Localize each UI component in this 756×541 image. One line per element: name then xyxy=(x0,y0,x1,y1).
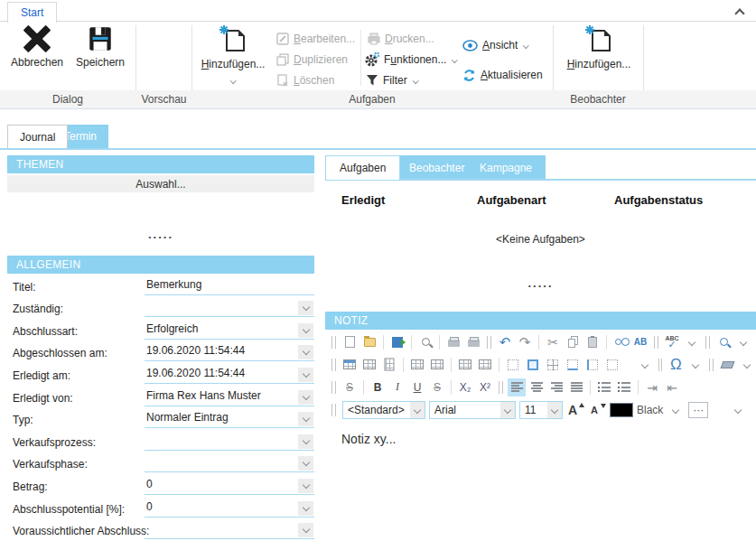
dropdown-button[interactable] xyxy=(298,301,313,315)
copy-icon[interactable] xyxy=(564,333,582,351)
abbrechen-button[interactable]: Abbrechen xyxy=(9,24,65,89)
save-note-icon[interactable] xyxy=(388,333,406,351)
grow-font-icon[interactable]: A xyxy=(566,401,584,419)
verkaufsphase-input[interactable] xyxy=(145,455,314,472)
align-center-icon[interactable] xyxy=(527,378,546,396)
underline-icon[interactable]: U xyxy=(408,378,426,396)
bearbeiten-button[interactable]: Bearbeiten... xyxy=(276,30,355,48)
align-left-icon[interactable] xyxy=(508,378,526,396)
collapse-ribbon-button[interactable] xyxy=(736,7,743,20)
speichern-button[interactable]: Speichern xyxy=(70,24,130,89)
toolbar-grip[interactable] xyxy=(331,359,336,371)
abschlussart-input[interactable]: Erfolgreich xyxy=(145,322,314,340)
dropdown-button[interactable] xyxy=(298,368,313,382)
border-outer-icon[interactable] xyxy=(524,356,542,374)
aufgabe-hinzufuegen-button[interactable]: Hinzufügen... xyxy=(197,24,269,89)
insert-cell-below-icon[interactable] xyxy=(428,356,446,374)
titel-input[interactable]: Bemerkung xyxy=(145,278,314,295)
duplizieren-button[interactable]: Duplizieren xyxy=(276,51,348,69)
verkaufsprozess-input[interactable] xyxy=(145,434,314,451)
undo-icon[interactable]: ↶ xyxy=(496,333,514,351)
dropdown-button[interactable] xyxy=(298,345,313,359)
bold-icon[interactable]: B xyxy=(369,378,387,396)
drucken-button[interactable]: Drucken... xyxy=(368,30,434,48)
notiz-text-area[interactable]: Notiz xy... xyxy=(341,432,396,446)
border-inner-icon[interactable] xyxy=(544,356,562,374)
tab-journal[interactable]: Journal xyxy=(7,125,68,148)
numbered-list-icon[interactable] xyxy=(615,378,633,396)
erledigt-von-input[interactable]: Firma Rex Hans Muster xyxy=(145,389,314,406)
font-color-dropdown[interactable] xyxy=(667,401,685,419)
border-bottom-icon[interactable] xyxy=(564,356,582,374)
filter-button[interactable]: Filter xyxy=(366,71,417,89)
toolbar-grip[interactable] xyxy=(487,336,491,349)
border-none-icon[interactable] xyxy=(504,356,522,374)
new-document-icon[interactable] xyxy=(341,333,359,351)
insert-table-icon[interactable] xyxy=(341,356,359,374)
strikethrough-icon[interactable]: S xyxy=(428,378,446,396)
merge-cells-icon[interactable] xyxy=(456,356,474,374)
dropdown-button[interactable] xyxy=(298,434,313,449)
beobachter-hinzufuegen-button[interactable]: Hinzufügen... xyxy=(560,24,638,89)
font-size-select[interactable]: 11 xyxy=(519,401,563,419)
zustaendig-input[interactable] xyxy=(145,300,314,317)
border-right-icon[interactable] xyxy=(603,356,621,374)
loeschen-button[interactable]: Löschen xyxy=(276,71,334,89)
column-header-erledigt[interactable]: Erledigt xyxy=(341,193,385,207)
auswahl-button[interactable]: Auswahl... xyxy=(7,175,314,192)
funktionen-button[interactable]: Funktionen... xyxy=(365,51,457,69)
special-character-icon[interactable]: Ω xyxy=(667,356,685,374)
column-header-aufgabenart[interactable]: Aufgabenart xyxy=(477,193,546,207)
shrink-font-icon[interactable]: A xyxy=(588,401,606,419)
dropdown-button[interactable] xyxy=(298,523,313,537)
toolbar-overflow-dropdown[interactable] xyxy=(729,401,747,419)
toolbar-grip[interactable] xyxy=(331,336,336,349)
toolbar-grip[interactable] xyxy=(658,359,663,371)
tab-aufgaben[interactable]: Aufgaben xyxy=(325,155,400,180)
replace-icon[interactable]: AB xyxy=(631,333,649,351)
split-cells-icon[interactable] xyxy=(476,356,494,374)
abschlusspotential-input[interactable]: 0 xyxy=(145,500,314,518)
align-right-icon[interactable] xyxy=(547,378,565,396)
dropdown-button[interactable] xyxy=(298,479,313,493)
insert-column-icon[interactable] xyxy=(380,356,398,374)
cut-icon[interactable]: ✂ xyxy=(544,333,562,351)
erledigt-am-input[interactable]: 19.06.2020 11:54:44 xyxy=(145,367,314,384)
font-family-select[interactable]: Arial xyxy=(429,401,516,419)
paragraph-style-select[interactable]: <Standard> xyxy=(342,401,425,419)
indent-icon[interactable]: ⇥ xyxy=(643,378,661,396)
font-color-swatch[interactable] xyxy=(610,403,633,417)
more-options-button[interactable]: ··· xyxy=(688,402,708,418)
insert-row-icon[interactable] xyxy=(360,356,378,374)
dropdown-button[interactable] xyxy=(298,501,313,516)
paste-icon[interactable] xyxy=(583,333,602,351)
tab-kampagne[interactable]: Kampagne xyxy=(466,155,546,180)
spellcheck-dropdown[interactable] xyxy=(683,333,701,351)
toolbar-grip[interactable] xyxy=(331,404,336,416)
dropdown-button[interactable] xyxy=(298,412,313,426)
toolbar-grip[interactable] xyxy=(331,381,336,394)
betrag-input[interactable]: 0 xyxy=(145,478,314,495)
special-character-dropdown[interactable] xyxy=(686,356,705,374)
find-icon[interactable] xyxy=(611,333,630,351)
spellcheck-icon[interactable]: ABC ✓ xyxy=(663,333,681,351)
print-icon[interactable] xyxy=(444,333,462,351)
border-dropdown[interactable] xyxy=(636,356,654,374)
insert-cell-left-icon[interactable] xyxy=(408,356,426,374)
dropdown-button[interactable] xyxy=(298,323,313,338)
aktualisieren-button[interactable]: Aktualisieren xyxy=(462,66,543,84)
print-preview-icon[interactable] xyxy=(416,333,434,351)
abgeschlossen-am-input[interactable]: 19.06.2020 11:54:44 xyxy=(145,344,314,361)
outdent-icon[interactable]: ⇤ xyxy=(663,378,681,396)
typ-input[interactable]: Normaler Eintrag xyxy=(145,411,314,428)
redo-icon[interactable]: ↷ xyxy=(516,333,534,351)
dropdown-button[interactable] xyxy=(298,456,313,471)
column-header-aufgabenstatus[interactable]: Aufgabenstatus xyxy=(614,193,703,207)
ansicht-button[interactable]: Ansicht xyxy=(462,36,528,54)
splitter-handle[interactable]: ..... xyxy=(7,228,314,241)
toolbar-grip[interactable] xyxy=(709,359,714,371)
print-options-icon[interactable] xyxy=(464,333,482,351)
ribbon-tab-start[interactable]: Start xyxy=(7,2,57,23)
border-left-icon[interactable] xyxy=(583,356,602,374)
voraussichtlicher-abschluss-input[interactable] xyxy=(145,522,314,539)
